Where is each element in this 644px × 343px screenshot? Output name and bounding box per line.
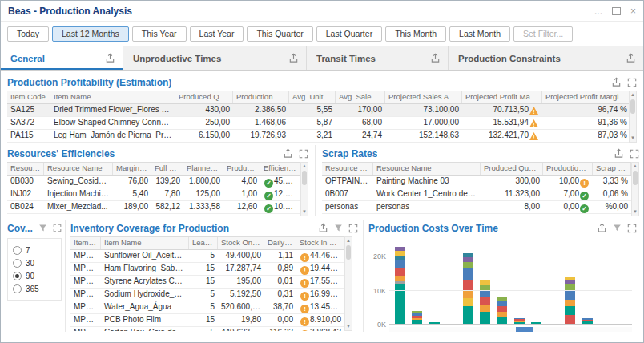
chart-bar[interactable]: [477, 240, 493, 325]
chart-bar[interactable]: [392, 240, 409, 325]
scrollbar-thumb[interactable]: [302, 171, 307, 185]
chart-bar[interactable]: [425, 240, 442, 325]
tab-production-constraints[interactable]: Production Constraints: [449, 46, 643, 70]
tab-transit-times[interactable]: Transit Times: [307, 46, 449, 70]
filter-icon[interactable]: [38, 224, 47, 232]
maximize-panel-icon[interactable]: [627, 78, 637, 87]
column-header[interactable]: Efficiency (%): [260, 163, 300, 175]
export-icon[interactable]: [614, 148, 624, 159]
table-row[interactable]: personaspersonas8,000,00✓%0,00: [322, 201, 631, 214]
coverage-option-30[interactable]: 30: [13, 256, 56, 269]
column-header[interactable]: Item Co...: [70, 237, 101, 249]
export-icon[interactable]: [611, 77, 622, 87]
filter-icon[interactable]: [334, 224, 343, 232]
table-row[interactable]: OPTSHIFT8Employee 8360,000,00✓%0,00: [322, 214, 631, 216]
chart-bar[interactable]: [613, 240, 630, 325]
scroll-up-icon[interactable]: ▲: [302, 163, 307, 169]
scroll-up-icon[interactable]: ▲: [346, 238, 351, 244]
chart-bar[interactable]: [596, 240, 613, 325]
column-header[interactable]: Resource Code: [322, 163, 373, 175]
maximize-panel-icon[interactable]: [53, 224, 62, 232]
table-row[interactable]: MP022Carton Box_Caja de Cartó...5449.633…: [70, 327, 344, 331]
tab-unproductive-times[interactable]: Unproductive Times: [123, 46, 307, 70]
export-icon[interactable]: [597, 223, 607, 233]
export-icon[interactable]: [288, 53, 299, 63]
column-header[interactable]: Production Ti...: [223, 163, 260, 175]
chart-bar[interactable]: [409, 240, 425, 325]
column-header[interactable]: Lead Time: [189, 237, 218, 249]
scrollbar-thumb[interactable]: [346, 245, 351, 260]
column-header[interactable]: Production Scraps: [543, 163, 593, 175]
scroll-down-icon[interactable]: ▼: [633, 209, 638, 215]
column-header[interactable]: Resource Name: [373, 163, 481, 175]
vertical-scrollbar[interactable]: ▲ ▼: [629, 91, 637, 143]
column-header[interactable]: Projected Sales Amount: [385, 91, 462, 103]
table-row[interactable]: OPTPAINT03Painting Machine 03300,0010,00…: [322, 176, 631, 188]
scrollbar-thumb[interactable]: [633, 171, 638, 185]
chart-bar[interactable]: [460, 240, 477, 325]
column-header[interactable]: Produced Quantity: [481, 163, 543, 175]
column-header[interactable]: Stock In Days: [296, 237, 344, 249]
vertical-scrollbar[interactable]: ▲ ▼: [300, 162, 308, 216]
table-row[interactable]: PA115Leg Ham_Jamón de Pierna_Presunto de…: [7, 130, 629, 143]
scroll-down-icon[interactable]: ▼: [302, 209, 307, 215]
column-header[interactable]: Item Name: [101, 237, 189, 249]
table-row[interactable]: 0B007Work Center 1_Centro de Trabajo I11…: [322, 188, 631, 201]
tab-general[interactable]: General: [1, 46, 123, 70]
column-header[interactable]: Production Costs: [233, 91, 289, 103]
column-header[interactable]: Resource Name: [44, 163, 113, 175]
maximize-panel-icon[interactable]: [630, 149, 639, 159]
export-icon[interactable]: [105, 53, 115, 63]
column-header[interactable]: Full Costs: [151, 163, 183, 175]
scroll-up-icon[interactable]: ▲: [633, 163, 638, 169]
table-row[interactable]: SA125Dried Trimmed Flower_Flores Cortada…: [7, 104, 629, 117]
coverage-option-7[interactable]: 7: [13, 244, 56, 256]
filter-last-12-months-button[interactable]: Last 12 Months: [52, 26, 129, 42]
column-header[interactable]: Projected Profit Margin: [462, 91, 542, 103]
filter-last-year-button[interactable]: Last Year: [190, 26, 244, 42]
column-header[interactable]: Planned Pro...: [183, 163, 223, 175]
scrollbar-thumb[interactable]: [630, 99, 635, 114]
vertical-scrollbar[interactable]: ▲ ▼: [344, 236, 352, 331]
filter-last-quarter-button[interactable]: Last Quarter: [316, 26, 382, 42]
column-header[interactable]: Item Code: [7, 91, 50, 103]
table-row[interactable]: MP183PCB Photo Film1519,800,00!8.910,00: [70, 314, 344, 327]
table-row[interactable]: INJ02Injection Machine 25,407,80125,001,…: [7, 188, 300, 201]
table-row[interactable]: MP423Sunflower Oil_Aceite de Gir...549.4…: [70, 250, 344, 263]
filter-icon[interactable]: [613, 224, 622, 232]
column-header[interactable]: Item Name: [50, 91, 175, 103]
filter-this-year-button[interactable]: This Year: [132, 26, 187, 42]
set-filter-button[interactable]: Set Filter...: [513, 26, 573, 42]
column-header[interactable]: Stock On Hand: [218, 237, 264, 249]
more-options-icon[interactable]: ...: [594, 6, 602, 16]
column-header[interactable]: Scrap Rate (%): [593, 163, 631, 175]
maximize-panel-icon[interactable]: [348, 224, 358, 233]
table-row[interactable]: SA372Elbow-Shaped Chimney Connection Ø 8…: [7, 117, 629, 130]
chart-horizontal-scrollbar[interactable]: [389, 327, 632, 332]
table-row[interactable]: 0B030Sewing_Cosido_...76,80139,201.800,0…: [7, 176, 300, 188]
chart-bar[interactable]: [561, 240, 578, 325]
coverage-option-365[interactable]: 365: [13, 282, 56, 295]
export-icon[interactable]: [626, 53, 636, 63]
scroll-down-icon[interactable]: ▼: [346, 324, 351, 329]
table-row[interactable]: MP231Water_Agua_Água5520.600,0038,70!13.…: [70, 301, 344, 314]
table-row[interactable]: MP286Sodium Hydroxide_Hidróxid...55.192,…: [70, 289, 344, 301]
coverage-option-90[interactable]: 90: [13, 269, 56, 282]
column-header[interactable]: Marginal Costs: [113, 163, 151, 175]
chart-bar[interactable]: [493, 240, 510, 325]
chart-bar[interactable]: [528, 240, 545, 325]
close-icon[interactable]: ×: [630, 6, 636, 16]
column-header[interactable]: Resourc...: [7, 163, 44, 175]
chart-bar[interactable]: [443, 240, 460, 325]
filter-this-quarter-button[interactable]: This Quarter: [247, 26, 312, 42]
chart-bar[interactable]: [545, 240, 561, 325]
chart-hscroll-thumb[interactable]: [516, 327, 533, 332]
column-header[interactable]: Produced Quantity: [175, 91, 233, 103]
export-icon[interactable]: [430, 53, 441, 63]
filter-this-month-button[interactable]: This Month: [385, 26, 446, 42]
table-row[interactable]: MP426Ham Flavoring_Saborizante...1517.28…: [70, 263, 344, 276]
scroll-up-icon[interactable]: ▲: [630, 92, 635, 98]
chart-bar[interactable]: [511, 240, 528, 325]
column-header[interactable]: Daily Issues: [264, 237, 296, 249]
column-header[interactable]: Avg. Unit Cost: [289, 91, 336, 103]
